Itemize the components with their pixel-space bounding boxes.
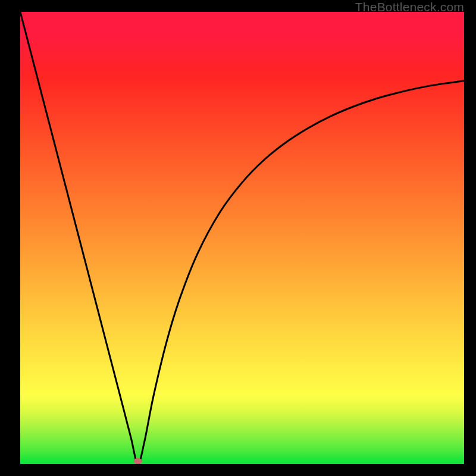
optimal-point-marker <box>134 458 142 464</box>
gradient-background <box>20 12 464 464</box>
watermark-text: TheBottleneck.com <box>355 0 464 14</box>
chart-frame <box>20 12 464 464</box>
bottleneck-chart <box>20 12 464 464</box>
